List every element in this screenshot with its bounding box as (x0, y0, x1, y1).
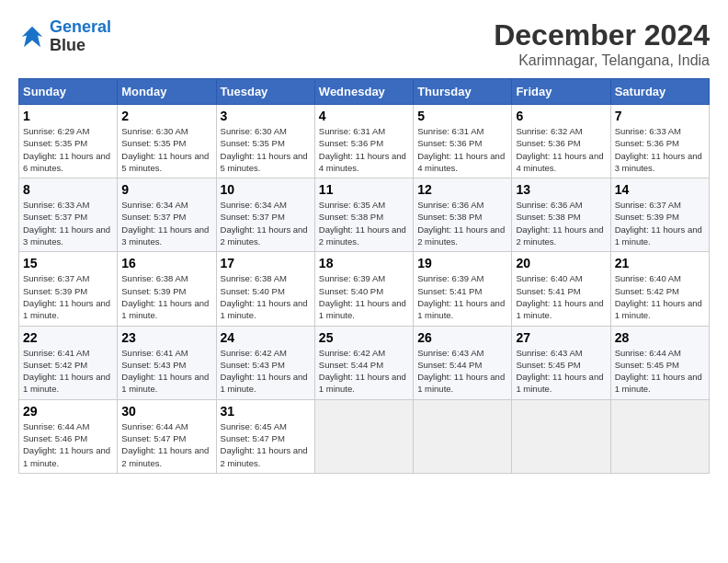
day-info: Sunrise: 6:37 AM Sunset: 5:39 PM Dayligh… (615, 199, 705, 247)
table-row: 4Sunrise: 6:31 AM Sunset: 5:36 PM Daylig… (314, 105, 413, 178)
table-row (610, 399, 709, 473)
day-number: 22 (23, 330, 113, 345)
day-number: 14 (615, 182, 705, 197)
table-row: 19Sunrise: 6:39 AM Sunset: 5:41 PM Dayli… (414, 252, 512, 326)
day-number: 12 (417, 182, 507, 197)
day-info: Sunrise: 6:30 AM Sunset: 5:35 PM Dayligh… (121, 125, 211, 174)
day-info: Sunrise: 6:39 AM Sunset: 5:40 PM Dayligh… (319, 272, 409, 321)
table-row: 2Sunrise: 6:30 AM Sunset: 5:35 PM Daylig… (118, 105, 216, 178)
table-row: 18Sunrise: 6:39 AM Sunset: 5:40 PM Dayli… (314, 252, 413, 326)
table-row: 7Sunrise: 6:33 AM Sunset: 5:36 PM Daylig… (610, 105, 709, 178)
day-info: Sunrise: 6:40 AM Sunset: 5:41 PM Dayligh… (516, 272, 606, 321)
day-number: 29 (23, 404, 113, 419)
day-number: 21 (615, 256, 705, 270)
col-sunday: Sunday (19, 79, 118, 105)
day-info: Sunrise: 6:42 AM Sunset: 5:44 PM Dayligh… (319, 347, 409, 396)
calendar-table: Sunday Monday Tuesday Wednesday Thursday… (18, 78, 710, 474)
calendar-week-4: 22Sunrise: 6:41 AM Sunset: 5:42 PM Dayli… (19, 326, 710, 399)
col-wednesday: Wednesday (314, 79, 413, 105)
day-number: 3 (221, 109, 311, 123)
title-block: December 2024 Karimnagar, Telangana, Ind… (494, 18, 710, 69)
day-info: Sunrise: 6:35 AM Sunset: 5:38 PM Dayligh… (319, 199, 409, 247)
table-row (314, 399, 413, 473)
table-row: 27Sunrise: 6:43 AM Sunset: 5:45 PM Dayli… (512, 326, 610, 399)
day-number: 24 (221, 330, 311, 345)
day-number: 9 (121, 182, 211, 197)
table-row: 14Sunrise: 6:37 AM Sunset: 5:39 PM Dayli… (610, 178, 709, 252)
day-number: 27 (516, 330, 606, 345)
table-row: 9Sunrise: 6:34 AM Sunset: 5:37 PM Daylig… (118, 178, 216, 252)
day-info: Sunrise: 6:32 AM Sunset: 5:36 PM Dayligh… (516, 125, 606, 174)
day-info: Sunrise: 6:38 AM Sunset: 5:40 PM Dayligh… (221, 272, 311, 321)
table-row: 20Sunrise: 6:40 AM Sunset: 5:41 PM Dayli… (512, 252, 610, 326)
logo: General Blue (18, 18, 111, 55)
col-monday: Monday (118, 79, 216, 105)
table-row: 21Sunrise: 6:40 AM Sunset: 5:42 PM Dayli… (610, 252, 709, 326)
day-number: 26 (417, 330, 507, 345)
day-number: 8 (23, 182, 113, 197)
day-number: 31 (221, 404, 311, 419)
svg-marker-0 (22, 27, 43, 48)
day-number: 7 (615, 109, 705, 123)
day-number: 30 (121, 404, 211, 419)
day-info: Sunrise: 6:29 AM Sunset: 5:35 PM Dayligh… (23, 125, 113, 174)
day-number: 25 (319, 330, 409, 345)
calendar-week-1: 1Sunrise: 6:29 AM Sunset: 5:35 PM Daylig… (19, 105, 710, 178)
day-number: 28 (615, 330, 705, 345)
day-info: Sunrise: 6:34 AM Sunset: 5:37 PM Dayligh… (221, 199, 311, 247)
day-info: Sunrise: 6:37 AM Sunset: 5:39 PM Dayligh… (23, 272, 113, 321)
table-row: 23Sunrise: 6:41 AM Sunset: 5:43 PM Dayli… (118, 326, 216, 399)
table-row: 16Sunrise: 6:38 AM Sunset: 5:39 PM Dayli… (118, 252, 216, 326)
day-number: 5 (417, 109, 507, 123)
table-row: 5Sunrise: 6:31 AM Sunset: 5:36 PM Daylig… (414, 105, 512, 178)
logo-icon (18, 23, 46, 51)
table-row (414, 399, 512, 473)
day-info: Sunrise: 6:41 AM Sunset: 5:42 PM Dayligh… (23, 347, 113, 396)
table-row: 3Sunrise: 6:30 AM Sunset: 5:35 PM Daylig… (216, 105, 314, 178)
table-row: 31Sunrise: 6:45 AM Sunset: 5:47 PM Dayli… (216, 399, 314, 473)
table-row: 26Sunrise: 6:43 AM Sunset: 5:44 PM Dayli… (414, 326, 512, 399)
table-row: 13Sunrise: 6:36 AM Sunset: 5:38 PM Dayli… (512, 178, 610, 252)
day-number: 18 (319, 256, 409, 270)
day-info: Sunrise: 6:30 AM Sunset: 5:35 PM Dayligh… (221, 125, 311, 174)
day-number: 2 (121, 109, 211, 123)
month-title: December 2024 (494, 18, 710, 52)
day-number: 23 (121, 330, 211, 345)
table-row: 8Sunrise: 6:33 AM Sunset: 5:37 PM Daylig… (19, 178, 118, 252)
day-number: 4 (319, 109, 409, 123)
table-row: 12Sunrise: 6:36 AM Sunset: 5:38 PM Dayli… (414, 178, 512, 252)
day-info: Sunrise: 6:31 AM Sunset: 5:36 PM Dayligh… (319, 125, 409, 174)
day-info: Sunrise: 6:39 AM Sunset: 5:41 PM Dayligh… (417, 272, 507, 321)
day-info: Sunrise: 6:44 AM Sunset: 5:45 PM Dayligh… (615, 347, 705, 396)
day-number: 15 (23, 256, 113, 270)
day-number: 16 (121, 256, 211, 270)
day-info: Sunrise: 6:44 AM Sunset: 5:47 PM Dayligh… (121, 420, 211, 469)
col-saturday: Saturday (610, 79, 709, 105)
day-number: 1 (23, 109, 113, 123)
day-number: 10 (221, 182, 311, 197)
table-row: 24Sunrise: 6:42 AM Sunset: 5:43 PM Dayli… (216, 326, 314, 399)
location-subtitle: Karimnagar, Telangana, India (494, 52, 710, 69)
day-info: Sunrise: 6:34 AM Sunset: 5:37 PM Dayligh… (121, 199, 211, 247)
day-info: Sunrise: 6:43 AM Sunset: 5:45 PM Dayligh… (516, 347, 606, 396)
day-info: Sunrise: 6:40 AM Sunset: 5:42 PM Dayligh… (615, 272, 705, 321)
day-info: Sunrise: 6:44 AM Sunset: 5:46 PM Dayligh… (23, 420, 113, 469)
table-row: 11Sunrise: 6:35 AM Sunset: 5:38 PM Dayli… (314, 178, 413, 252)
day-info: Sunrise: 6:33 AM Sunset: 5:36 PM Dayligh… (615, 125, 705, 174)
col-tuesday: Tuesday (216, 79, 314, 105)
table-row: 17Sunrise: 6:38 AM Sunset: 5:40 PM Dayli… (216, 252, 314, 326)
table-row: 30Sunrise: 6:44 AM Sunset: 5:47 PM Dayli… (118, 399, 216, 473)
table-row: 10Sunrise: 6:34 AM Sunset: 5:37 PM Dayli… (216, 178, 314, 252)
day-info: Sunrise: 6:38 AM Sunset: 5:39 PM Dayligh… (121, 272, 211, 321)
calendar-body: 1Sunrise: 6:29 AM Sunset: 5:35 PM Daylig… (19, 105, 710, 474)
col-thursday: Thursday (414, 79, 512, 105)
page-header: General Blue December 2024 Karimnagar, T… (18, 18, 710, 69)
header-row: Sunday Monday Tuesday Wednesday Thursday… (19, 79, 710, 105)
table-row: 22Sunrise: 6:41 AM Sunset: 5:42 PM Dayli… (19, 326, 118, 399)
day-info: Sunrise: 6:36 AM Sunset: 5:38 PM Dayligh… (417, 199, 507, 247)
day-info: Sunrise: 6:42 AM Sunset: 5:43 PM Dayligh… (221, 347, 311, 396)
logo-text: General Blue (50, 18, 111, 55)
calendar-week-2: 8Sunrise: 6:33 AM Sunset: 5:37 PM Daylig… (19, 178, 710, 252)
table-row (512, 399, 610, 473)
table-row: 29Sunrise: 6:44 AM Sunset: 5:46 PM Dayli… (19, 399, 118, 473)
